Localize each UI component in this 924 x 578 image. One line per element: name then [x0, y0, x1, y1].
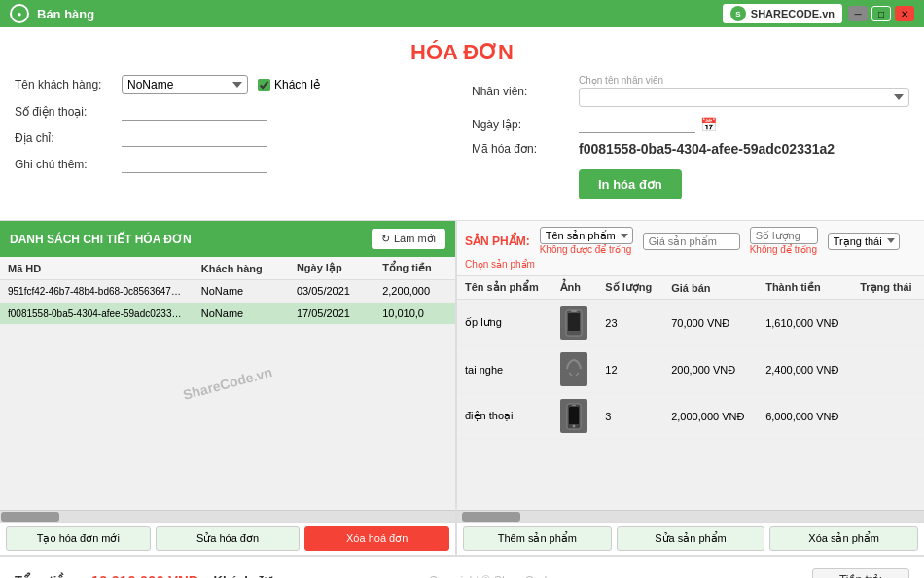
calendar-icon[interactable]: 📅 [700, 117, 717, 132]
svg-rect-1 [568, 313, 580, 331]
cell-ma-hd: 951fcf42-46b7-48b4-bd68-0c85636470aa [0, 280, 194, 303]
cell-anh [552, 300, 598, 346]
col-ngay-lap: Ngày lập [289, 257, 374, 280]
total-bar: Tổng tiền: 10,010,000 VNĐ Khách đưa: Nhậ… [0, 555, 924, 578]
invoice-table: Mã HD Khách hàng Ngày lập Tổng tiền 951f… [0, 257, 455, 325]
svg-line-6 [576, 373, 579, 376]
right-scroll-h[interactable] [457, 510, 924, 522]
ghi-chu-input[interactable] [122, 155, 267, 173]
sharecode-text: SHARECODE.vn [751, 8, 835, 19]
svg-rect-3 [565, 369, 569, 377]
cell-ten-san-pham: tai nghe [457, 346, 552, 393]
cell-ngay-lap: 03/05/2021 [289, 280, 374, 303]
right-panel-filter: SẢN PHẨM: Tên sản phẩm Không được để trố… [457, 221, 924, 276]
xoa-hoa-don-button[interactable]: Xóa hoá đơn [304, 526, 449, 551]
cell-anh [552, 346, 598, 393]
filter-ten-san-pham-select[interactable]: Tên sản phẩm [540, 227, 633, 244]
table-row[interactable]: f0081558-0ba5-4304-afee-59adc02331a2 NoN… [0, 303, 455, 325]
title-bar: ● Bán hàng S SHARECODE.vn ─ □ ✕ [0, 0, 924, 27]
filter-so-luong-input[interactable] [750, 227, 818, 244]
sua-san-pham-button[interactable]: Sửa sản phẩm [617, 526, 765, 551]
copyright-text: Copyright © ShareCode.vn [428, 574, 568, 578]
bottom-section: DANH SÁCH CHI TIẾT HÓA ĐƠN ↻ Làm mới Mã … [0, 220, 924, 522]
cell-ma-hd: f0081558-0ba5-4304-afee-59adc02331a2 [0, 303, 194, 325]
ngay-lap-input[interactable]: 17/05/2021 [579, 115, 695, 133]
cell-khach-hang: NoName [194, 280, 289, 303]
ten-khach-hang-label: Tên khách hàng: [15, 78, 122, 91]
in-hoa-don-button[interactable]: In hóa đơn [579, 169, 682, 199]
table-row[interactable]: 951fcf42-46b7-48b4-bd68-0c85636470aa NoN… [0, 280, 455, 303]
so-dien-thoai-input[interactable] [122, 102, 267, 121]
filter-trang-thai: Trạng thái [828, 233, 900, 250]
list-item[interactable]: điện thoại 3 2,000,000 VNĐ 6,000,000 VNĐ [457, 393, 924, 440]
dia-chi-input[interactable] [122, 128, 267, 147]
sua-hoa-don-button[interactable]: Sửa hóa đơn [156, 526, 301, 551]
cell-gia-ban: 200,000 VNĐ [663, 346, 758, 393]
filter-trang-thai-select[interactable]: Trạng thái [828, 233, 900, 250]
cell-tong-tien: 10,010,0 [374, 303, 455, 325]
cell-thanh-tien: 6,000,000 VNĐ [758, 393, 852, 440]
khach-le-checkbox-label[interactable]: Khách lẻ [258, 78, 320, 91]
left-panel-header: DANH SÁCH CHI TIẾT HÓA ĐƠN ↻ Làm mới [0, 221, 455, 257]
form-section: Tên khách hàng: NoName Khách lẻ Số điện … [15, 70, 909, 212]
filter-ten-san-pham: Tên sản phẩm Không được để trống [540, 227, 633, 255]
minimize-button[interactable]: ─ [848, 6, 868, 21]
filter-so-luong: Không để trống [750, 227, 818, 255]
cell-trang-thai [852, 300, 924, 346]
tien-tra-label: Tiền trả: [812, 568, 909, 578]
list-item[interactable]: ốp lưng 23 70,000 VNĐ 1,610,000 VNĐ [457, 300, 924, 346]
refresh-icon: ↻ [381, 233, 390, 245]
col-gia-ban: Giá bán [663, 276, 758, 300]
product-image [560, 399, 587, 433]
col-thanh-tien: Thành tiền [758, 276, 852, 300]
right-scroll-thumb[interactable] [462, 512, 520, 522]
filter-row: SẢN PHẨM: Tên sản phẩm Không được để trố… [465, 227, 916, 255]
xoa-san-pham-button[interactable]: Xóa sản phẩm [769, 526, 918, 551]
filter-gia-san-pham-input[interactable] [643, 233, 740, 250]
product-table-header: Tên sản phẩm Ảnh Số lượng Giá bán Thành … [457, 276, 924, 300]
cell-so-luong: 12 [597, 346, 663, 393]
left-scroll-h[interactable] [0, 510, 455, 522]
col-anh: Ảnh [552, 276, 598, 300]
svg-rect-4 [579, 369, 583, 377]
tong-tien-value: 10,010,000 VNĐ [91, 572, 199, 579]
left-actions: Tạo hóa đơn mới Sửa hóa đơn Xóa hoá đơn [0, 522, 457, 555]
ngay-lap-label: Ngày lập: [472, 118, 579, 131]
in-hoa-don-row: In hóa đơn [472, 164, 909, 199]
svg-rect-2 [571, 310, 577, 312]
khach-dua-input[interactable] [297, 565, 413, 578]
tong-tien-label: Tổng tiền: [15, 573, 77, 579]
cell-anh [552, 393, 598, 440]
invoice-table-wrap[interactable]: Mã HD Khách hàng Ngày lập Tổng tiền 951f… [0, 257, 455, 510]
col-ten-san-pham: Tên sản phẩm [457, 276, 552, 300]
col-ma-hd: Mã HD [0, 257, 194, 280]
panel-actions-row: Tạo hóa đơn mới Sửa hóa đơn Xóa hoá đơn … [0, 522, 924, 555]
list-item[interactable]: tai nghe 12 200,000 VNĐ 2,400,000 VNĐ [457, 346, 924, 393]
ten-khach-hang-select[interactable]: NoName [122, 75, 248, 94]
ghi-chu-label: Ghi chú thêm: [15, 158, 122, 171]
nhan-vien-select[interactable] [579, 88, 909, 107]
nhan-vien-row: Nhân viên: Chọn tên nhân viên [472, 75, 909, 107]
cell-so-luong: 3 [597, 393, 663, 440]
khach-le-checkbox[interactable] [258, 79, 270, 91]
maximize-button[interactable]: □ [871, 6, 891, 21]
right-actions: Thêm sản phẩm Sửa sản phẩm Xóa sản phẩm [457, 522, 924, 555]
close-button[interactable]: ✕ [895, 6, 914, 21]
invoice-table-header: Mã HD Khách hàng Ngày lập Tổng tiền [0, 257, 455, 280]
error-so-luong: Không để trống [750, 244, 818, 255]
form-left: Tên khách hàng: NoName Khách lẻ Số điện … [15, 75, 452, 207]
khach-dua-label: Khách đưa: [214, 573, 283, 579]
left-scroll-thumb[interactable] [1, 512, 59, 522]
tao-hoa-don-button[interactable]: Tạo hóa đơn mới [6, 526, 151, 551]
product-table-wrap[interactable]: Tên sản phẩm Ảnh Số lượng Giá bán Thành … [457, 276, 924, 510]
them-san-pham-button[interactable]: Thêm sản phẩm [463, 526, 612, 551]
cell-gia-ban: 2,000,000 VNĐ [663, 393, 758, 440]
dia-chi-row: Địa chỉ: [15, 128, 452, 147]
lam-moi-button[interactable]: ↻ Làm mới [372, 229, 445, 249]
so-dien-thoai-label: Số điện thoại: [15, 105, 122, 119]
form-right: Nhân viên: Chọn tên nhân viên Ngày lập: … [472, 75, 909, 207]
right-panel: SẢN PHẨM: Tên sản phẩm Không được để trố… [457, 221, 924, 522]
ngay-lap-input-wrap: 17/05/2021 📅 [579, 115, 717, 133]
col-so-luong: Số lượng [597, 276, 663, 300]
cell-trang-thai [852, 393, 924, 440]
